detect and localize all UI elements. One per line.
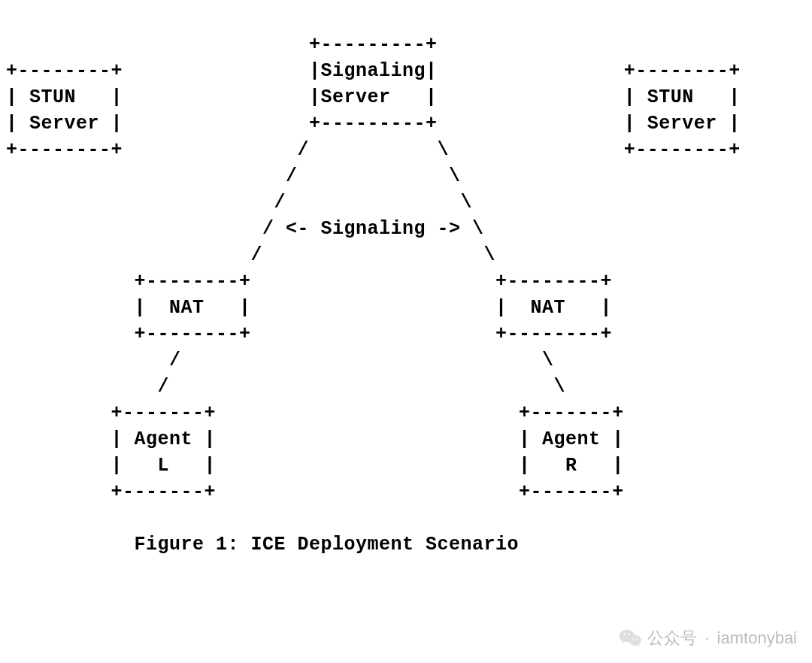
watermark-label: 公众号 xyxy=(647,627,697,649)
svg-point-1 xyxy=(629,635,642,646)
ascii-diagram: +---------+ +--------+ |Signaling| +----… xyxy=(0,0,812,558)
wechat-icon xyxy=(619,628,641,648)
svg-point-2 xyxy=(624,634,626,636)
svg-point-5 xyxy=(637,638,638,640)
watermark: 公众号 · iamtonybai xyxy=(619,627,797,649)
watermark-handle: iamtonybai xyxy=(717,628,797,648)
watermark-separator: · xyxy=(703,628,710,648)
svg-point-4 xyxy=(632,638,634,640)
svg-point-3 xyxy=(628,634,630,636)
